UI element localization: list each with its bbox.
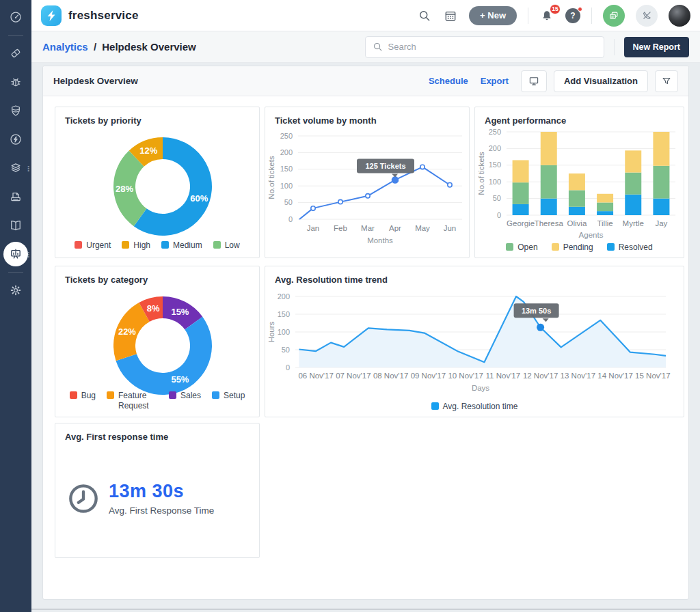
bar-segment[interactable] bbox=[513, 182, 529, 204]
legend-label: Resolved bbox=[619, 242, 653, 253]
legend-item[interactable]: Feature Request bbox=[107, 391, 158, 411]
export-link[interactable]: Export bbox=[481, 76, 509, 86]
bar-segment[interactable] bbox=[541, 132, 557, 165]
chart-text: Agents bbox=[579, 231, 604, 239]
search-input[interactable] bbox=[388, 42, 597, 52]
bar-segment[interactable] bbox=[625, 173, 641, 195]
bar-segment[interactable] bbox=[653, 199, 669, 215]
schedule-link[interactable]: Schedule bbox=[429, 76, 468, 86]
window-edge-line bbox=[31, 609, 700, 610]
bar-segment[interactable] bbox=[597, 202, 613, 211]
report-title: Helpdesk Overview bbox=[53, 76, 138, 86]
layers-icon bbox=[9, 161, 23, 175]
filter-button[interactable] bbox=[655, 70, 678, 92]
bar-segment[interactable] bbox=[625, 150, 641, 172]
phone-muted-button[interactable] bbox=[636, 5, 658, 27]
sidebar-item-dashboard[interactable] bbox=[0, 3, 31, 31]
bar-segment[interactable] bbox=[541, 199, 557, 215]
chart-text: 200 bbox=[489, 144, 501, 152]
legend-item[interactable]: Resolved bbox=[607, 242, 653, 253]
header-divider bbox=[528, 8, 528, 24]
legend-item[interactable]: High bbox=[122, 240, 150, 251]
data-point[interactable] bbox=[537, 324, 544, 331]
bar-segment[interactable] bbox=[625, 195, 641, 215]
breadcrumb-analytics-link[interactable]: Analytics bbox=[42, 41, 88, 53]
sidebar-item-settings[interactable] bbox=[0, 276, 31, 305]
presentation-chart-icon bbox=[9, 247, 23, 261]
chart-text: Feb bbox=[334, 224, 347, 232]
chart-text: 07 Nov'17 bbox=[336, 372, 371, 380]
search-icon bbox=[373, 42, 383, 52]
data-point[interactable] bbox=[311, 206, 315, 210]
help-button[interactable]: ? bbox=[565, 8, 580, 23]
legend-item[interactable]: Setup bbox=[212, 391, 245, 401]
main-content: Helpdesk Overview Schedule Export Add Vi… bbox=[31, 63, 700, 612]
legend-swatch bbox=[552, 243, 559, 251]
chart-text: 250 bbox=[280, 132, 293, 140]
chart-text: 100 bbox=[280, 182, 293, 190]
add-visualization-button[interactable]: Add Visualization bbox=[554, 70, 648, 92]
chart-legend: BugFeature RequestSalesSetup bbox=[55, 391, 259, 411]
bar-segment[interactable] bbox=[513, 204, 529, 215]
data-point[interactable] bbox=[366, 194, 370, 198]
bar-segment[interactable] bbox=[541, 165, 557, 199]
bar-segment[interactable] bbox=[597, 194, 613, 203]
bar-segment[interactable] bbox=[569, 207, 585, 215]
chart-text: 28% bbox=[116, 184, 133, 194]
chart-title: Avg. Resolution time trend bbox=[275, 275, 388, 285]
chart-title: Tickets by category bbox=[65, 275, 148, 285]
search-box bbox=[365, 36, 604, 58]
active-item-highlight bbox=[3, 242, 28, 266]
sidebar-item-bolt-circle[interactable] bbox=[0, 125, 31, 154]
chart-text: No.of tickets bbox=[267, 156, 275, 199]
notifications-button[interactable]: 15 bbox=[539, 8, 554, 23]
chart-legend: Avg. Resolution time bbox=[265, 402, 684, 412]
data-point[interactable] bbox=[338, 199, 342, 204]
legend-item[interactable]: Avg. Resolution time bbox=[431, 402, 518, 412]
bar-segment[interactable] bbox=[653, 166, 669, 199]
bar-segment[interactable] bbox=[597, 211, 613, 215]
new-button[interactable]: + New bbox=[469, 6, 517, 25]
bar-segment[interactable] bbox=[513, 160, 529, 182]
chart-text: 0 bbox=[288, 215, 293, 223]
card-tickets-by-priority: Tickets by priority 60%28%12% UrgentHigh… bbox=[55, 107, 260, 258]
chart-text: Olivia bbox=[567, 219, 587, 227]
new-report-button[interactable]: New Report bbox=[624, 37, 689, 57]
search-icon[interactable] bbox=[417, 8, 432, 23]
legend-item[interactable]: Open bbox=[506, 242, 537, 253]
bar-segment[interactable] bbox=[653, 132, 669, 166]
sidebar-item-printer[interactable] bbox=[0, 182, 31, 211]
legend-item[interactable]: Bug bbox=[70, 391, 96, 401]
bar-segment[interactable] bbox=[569, 190, 585, 206]
bug-icon bbox=[9, 75, 23, 89]
sidebar-item-analytics[interactable]: ••• bbox=[0, 240, 31, 268]
freshservice-logo[interactable] bbox=[41, 5, 62, 26]
chart-text: 22% bbox=[118, 326, 136, 337]
data-point[interactable] bbox=[392, 177, 399, 183]
data-point[interactable] bbox=[420, 165, 425, 169]
chart-text: 11 Nov'17 bbox=[486, 372, 521, 380]
legend-item[interactable]: Urgent bbox=[75, 240, 111, 251]
sidebar-item-book[interactable] bbox=[0, 211, 31, 240]
avatar[interactable] bbox=[669, 5, 690, 27]
legend-swatch bbox=[169, 391, 176, 399]
present-button[interactable] bbox=[521, 70, 547, 92]
chart-title: Agent performance bbox=[485, 115, 566, 126]
sidebar-item-shield[interactable] bbox=[0, 96, 31, 125]
legend-item[interactable]: Pending bbox=[552, 242, 593, 253]
legend-swatch bbox=[212, 391, 219, 399]
legend-swatch bbox=[506, 243, 513, 251]
sidebar-item-ticket[interactable] bbox=[0, 39, 31, 68]
calendar-icon[interactable] bbox=[443, 8, 458, 23]
sidebar-item-layers[interactable]: ••• bbox=[0, 154, 31, 182]
legend-item[interactable]: Medium bbox=[161, 240, 202, 251]
sidebar-item-bug[interactable] bbox=[0, 68, 31, 96]
legend-label: Feature Request bbox=[118, 391, 158, 411]
chart-text: 0 bbox=[497, 211, 501, 219]
chat-button[interactable] bbox=[603, 5, 625, 27]
bar-segment[interactable] bbox=[569, 173, 585, 190]
data-point[interactable] bbox=[448, 183, 452, 187]
legend-item[interactable]: Low bbox=[213, 240, 240, 251]
legend-item[interactable]: Sales bbox=[169, 391, 201, 401]
chart-text: Georgie bbox=[507, 219, 535, 227]
